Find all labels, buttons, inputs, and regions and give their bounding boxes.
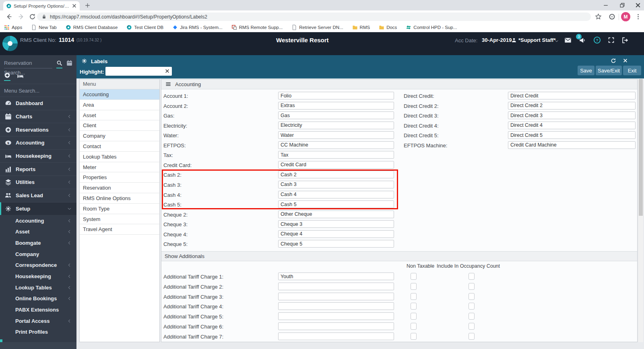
sidebar-subitem-correspondence[interactable]: Correspondence bbox=[0, 260, 76, 271]
menu-item-room-type[interactable]: Room Type bbox=[80, 204, 159, 214]
non-taxable-checkbox[interactable] bbox=[411, 313, 417, 320]
sidebar-subitem-portal-access[interactable]: Portal Access bbox=[0, 315, 76, 326]
non-taxable-checkbox[interactable] bbox=[411, 283, 417, 290]
additional-tariff-charge-4-input[interactable] bbox=[278, 302, 394, 310]
sidebar-item-accounting[interactable]: $Accounting bbox=[0, 136, 76, 149]
bookmark-star-icon[interactable] bbox=[595, 13, 602, 20]
scrollbar-thumb[interactable] bbox=[639, 79, 643, 216]
menu-item-meter[interactable]: Meter bbox=[80, 162, 159, 173]
non-taxable-checkbox[interactable] bbox=[411, 273, 417, 280]
additional-tariff-charge-2-input[interactable] bbox=[278, 283, 394, 290]
occupancy-checkbox[interactable] bbox=[469, 313, 475, 320]
bookmark-test-client-db[interactable]: Test Client DB bbox=[126, 25, 163, 30]
menu-item-properties[interactable]: Properties bbox=[80, 172, 159, 183]
cheque-3-input[interactable] bbox=[278, 220, 394, 228]
bookmark-new-tab[interactable]: New Tab bbox=[31, 25, 57, 30]
close-icon[interactable] bbox=[623, 58, 628, 63]
highlight-input[interactable] bbox=[107, 67, 163, 75]
occupancy-checkbox[interactable] bbox=[469, 333, 475, 340]
occupancy-checkbox[interactable] bbox=[469, 293, 475, 300]
sidebar-subitem-asset[interactable]: Asset bbox=[0, 226, 76, 237]
sidebar-subitem-accounting[interactable]: Accounting bbox=[0, 215, 76, 226]
non-taxable-checkbox[interactable] bbox=[411, 333, 417, 340]
tax-input[interactable] bbox=[278, 151, 394, 159]
menu-item-asset[interactable]: Asset bbox=[80, 110, 159, 121]
additional-tariff-charge-6-input[interactable] bbox=[278, 322, 394, 330]
user-name[interactable]: *Support Staff* bbox=[518, 37, 555, 43]
menu-item-accounting[interactable]: Accounting bbox=[80, 89, 159, 100]
bookmark-retrieve-server-dn[interactable]: Retrieve Server DN... bbox=[291, 25, 343, 30]
sidebar-item-dashboard[interactable]: Dashboard bbox=[0, 97, 76, 110]
occupancy-checkbox[interactable] bbox=[469, 303, 475, 310]
clear-icon[interactable] bbox=[165, 68, 170, 74]
logout-icon[interactable] bbox=[621, 37, 629, 44]
extension-icon[interactable] bbox=[609, 13, 615, 20]
menu-item-contact[interactable]: Contact bbox=[80, 141, 159, 152]
window-close-icon[interactable] bbox=[635, 2, 641, 8]
reload-icon[interactable] bbox=[29, 13, 36, 20]
sidebar-item-reservations[interactable]: Reservations bbox=[0, 123, 76, 136]
direct-credit-5-input[interactable] bbox=[508, 131, 636, 139]
bookmark-rms-client-database[interactable]: RMS Client Database bbox=[66, 25, 118, 30]
chevron-down-icon[interactable] bbox=[555, 39, 559, 43]
cheque-4-input[interactable] bbox=[278, 230, 394, 238]
additional-tariff-charge-3-input[interactable] bbox=[278, 293, 394, 300]
additional-tariff-charge-7-input[interactable] bbox=[278, 332, 394, 340]
eftpos-machine-input[interactable] bbox=[508, 141, 636, 149]
new-reservation-icon[interactable] bbox=[4, 72, 10, 81]
profile-avatar[interactable]: M bbox=[621, 12, 630, 21]
url-bar[interactable]: https://rcapp7.rmscloud.com/dashboard#!/… bbox=[37, 12, 591, 21]
additional-tariff-charge-5-input[interactable] bbox=[278, 312, 394, 320]
vertical-scrollbar[interactable] bbox=[638, 79, 643, 342]
sidebar-subitem-company[interactable]: Company bbox=[0, 248, 76, 260]
bookmark-docs[interactable]: Docs bbox=[379, 25, 397, 30]
menu-item-area[interactable]: Area bbox=[80, 100, 159, 110]
occupancy-checkbox[interactable] bbox=[469, 273, 475, 280]
sidebar-item-setup[interactable]: Setup bbox=[0, 202, 76, 215]
sidebar-subitem-print-profiles[interactable]: Print Profiles bbox=[0, 326, 76, 338]
menu-item-travel-agent[interactable]: Travel Agent bbox=[80, 224, 159, 235]
menu-item-company[interactable]: Company bbox=[80, 131, 159, 141]
menu-item-system[interactable]: System bbox=[80, 214, 159, 225]
occupancy-checkbox[interactable] bbox=[469, 283, 475, 290]
sidebar-subitem-lookup-tables[interactable]: Lookup Tables bbox=[0, 282, 76, 293]
menu-item-lookup-tables[interactable]: Lookup Tables bbox=[80, 152, 159, 162]
sidebar-subitem-pabx-extensions[interactable]: PABX Extensions bbox=[0, 304, 76, 316]
window-minimize-icon[interactable] bbox=[603, 2, 609, 8]
occupancy-checkbox[interactable] bbox=[469, 323, 475, 330]
sidebar-subitem-online-bookings[interactable]: Online Bookings bbox=[0, 293, 76, 304]
menu-item-rms-online-options[interactable]: RMS Online Options bbox=[80, 193, 159, 204]
bookmark-rms-remote-supp[interactable]: RMS Remote Supp... bbox=[231, 25, 283, 30]
browser-tab[interactable]: Setup/ Property Options/ Labels2 bbox=[3, 1, 80, 10]
sidebar-subitem-housekeeping[interactable]: Housekeeping bbox=[0, 271, 76, 282]
save-button[interactable]: Save bbox=[578, 66, 594, 75]
bed-icon[interactable] bbox=[17, 72, 24, 79]
exit-button[interactable]: Exit bbox=[623, 66, 641, 75]
calendar-icon[interactable] bbox=[66, 60, 72, 66]
cash-4-input[interactable] bbox=[278, 191, 394, 198]
direct-credit-2-input[interactable] bbox=[508, 102, 636, 109]
sidebar-item-sales-lead[interactable]: Sales Lead bbox=[0, 189, 76, 202]
direct-credit-4-input[interactable] bbox=[508, 122, 636, 129]
credit-card-input[interactable] bbox=[278, 161, 394, 169]
window-restore-icon[interactable] bbox=[619, 2, 625, 8]
cash-2-input[interactable] bbox=[278, 171, 394, 178]
cash-5-input[interactable] bbox=[278, 200, 394, 208]
bookmark-apps[interactable]: Apps bbox=[4, 25, 22, 30]
cheque-2-input[interactable] bbox=[278, 211, 394, 218]
refresh-icon[interactable] bbox=[611, 58, 616, 64]
bookmark-jira-rms-system[interactable]: Jira RMS - System... bbox=[172, 25, 222, 30]
sidebar-item-reports[interactable]: Reports bbox=[0, 162, 76, 176]
menu-item-client[interactable]: Client bbox=[80, 120, 159, 131]
direct-credit-input[interactable] bbox=[508, 92, 636, 99]
non-taxable-checkbox[interactable] bbox=[411, 293, 417, 300]
save-exit-button[interactable]: Save/Exit bbox=[596, 66, 622, 75]
new-tab-button[interactable] bbox=[85, 2, 91, 8]
back-icon[interactable] bbox=[6, 13, 12, 20]
bookmark-comtrol-hpd-sup[interactable]: Comtrol HPD - Sup... bbox=[406, 25, 457, 30]
additional-tariff-charge-1-input[interactable] bbox=[278, 273, 394, 280]
sidebar-item-utilities[interactable]: Utilities bbox=[0, 176, 76, 189]
fullscreen-icon[interactable] bbox=[608, 37, 615, 43]
messages-icon[interactable] bbox=[564, 37, 572, 44]
tab-close-icon[interactable] bbox=[72, 3, 77, 8]
